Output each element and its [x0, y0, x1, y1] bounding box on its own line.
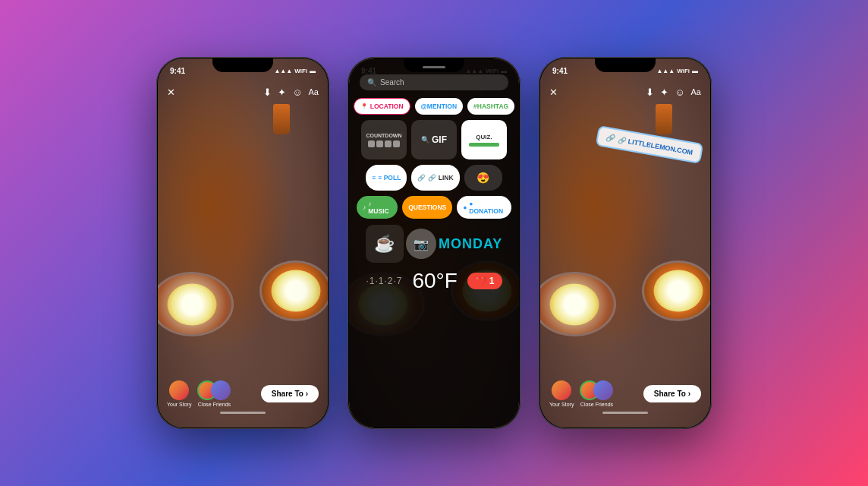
close-friends-label: Close Friends [198, 402, 231, 407]
status-time: 9:41 [170, 67, 185, 75]
sticker-row-4: ♪ ♪ MUSIC QUESTIONS ● ● DONATION [357, 196, 511, 219]
sticker-mention[interactable]: @MENTION [415, 98, 463, 115]
sticker-questions[interactable]: QUESTIONS [402, 196, 452, 219]
sticker-row-1: 📍 LOCATION @MENTION #HASHTAG [357, 98, 511, 115]
share-button[interactable]: Share To › [643, 385, 701, 402]
notch [212, 58, 273, 72]
avatars-row: Your Story Close Friends [549, 380, 613, 407]
toolbar-right: ⬇ ✦ ☺ Aa [263, 87, 319, 98]
your-story-label: Your Story [549, 402, 574, 407]
status-icons: ▲▲▲ WiFi ▬ [274, 68, 316, 74]
sticker-donation[interactable]: ● ● DONATION [457, 196, 511, 219]
temperature-display: 60°F [412, 269, 457, 293]
right-phone: 9:41 ▲▲▲ WiFi ▬ ✕ ⬇ ✦ ☺ Aa 🔗 🔗 LITTLELEM… [539, 57, 712, 429]
sticker-emoji-pill[interactable]: 😍 [464, 165, 502, 191]
link-sticker-icon: 🔗 [605, 133, 616, 143]
glass [273, 104, 290, 134]
heart-eyes-icon: 😍 [476, 172, 489, 184]
panel-bottom-row: ☕ 📷 MONDAY [349, 219, 519, 266]
face-icon[interactable]: ☺ [292, 87, 302, 98]
sticker-poll[interactable]: ≡ ≡ POLL [366, 165, 407, 191]
left-phone: 9:41 ▲▲▲ WiFi ▬ ✕ ⬇ ✦ ☺ Aa Your Story [156, 57, 329, 429]
sticker-link[interactable]: 🔗 🔗 LINK [411, 165, 459, 191]
sticker-row-3: ≡ ≡ POLL 🔗 🔗 LINK 😍 [357, 165, 511, 191]
heart-icon: ❤️ [475, 276, 486, 286]
sticker-grid: 📍 LOCATION @MENTION #HASHTAG COUNTDOWN [349, 98, 519, 219]
text-icon[interactable]: Aa [309, 87, 319, 96]
music-icon: ♪ [363, 204, 366, 211]
battery-icon: ▬ [310, 68, 316, 74]
like-count: 1 [489, 276, 495, 286]
your-story-avatar[interactable] [552, 380, 571, 400]
sticker-row-2: COUNTDOWN 🔍 GIF QUIZ. [357, 120, 511, 159]
sticker-hashtag[interactable]: #HASHTAG [467, 98, 514, 115]
text-icon[interactable]: Aa [691, 87, 701, 96]
link-icon: 🔗 [417, 174, 426, 181]
like-badge[interactable]: ❤️ 1 [467, 273, 502, 289]
coffee-emoji: ☕ [374, 234, 395, 254]
plate-right [642, 260, 710, 321]
story-buttons: Your Story Close Friends Share To › [549, 380, 701, 407]
panel-very-bottom: ·1·1·2·7 60°F ❤️ 1 [349, 266, 519, 298]
poll-icon: ≡ [372, 174, 376, 181]
gif-search-icon: 🔍 [421, 136, 429, 144]
face-icon[interactable]: ☺ [675, 87, 684, 98]
close-friends-avatar2[interactable] [593, 380, 613, 400]
wifi-icon: WiFi [677, 68, 690, 74]
monday-label[interactable]: MONDAY [439, 236, 502, 252]
your-story-avatar[interactable] [169, 380, 189, 400]
status-icons: ▲▲▲ WiFi ▬ [656, 68, 698, 74]
close-friends-avatar2[interactable] [211, 380, 231, 400]
your-story-label: Your Story [167, 402, 191, 407]
download-icon[interactable]: ⬇ [646, 87, 654, 98]
share-button[interactable]: Share To › [261, 385, 319, 402]
bottom-area: Your Story Close Friends Share To › [540, 371, 710, 428]
keypad-display: ·1·1·2·7 [366, 276, 402, 286]
sticker-music[interactable]: ♪ ♪ MUSIC [357, 196, 398, 219]
sticker-countdown[interactable]: COUNTDOWN [361, 120, 407, 159]
glass [656, 104, 672, 134]
close-icon[interactable]: ✕ [167, 87, 175, 98]
donation-icon: ● [463, 204, 467, 211]
plate-left [540, 272, 616, 336]
camera-icon: 📷 [414, 237, 429, 251]
panel-handle [423, 66, 445, 68]
close-friends-label: Close Friends [580, 402, 613, 407]
search-icon: 🔍 [367, 78, 376, 87]
plate-right [259, 260, 328, 321]
story-buttons: Your Story Close Friends Share To › [167, 380, 319, 407]
home-indicator [220, 412, 266, 414]
battery-icon: ▬ [692, 68, 698, 74]
quiz-progress [469, 143, 499, 147]
wifi-icon: WiFi [294, 68, 307, 74]
camera-button[interactable]: 📷 [406, 229, 436, 259]
signal-icon: ▲▲▲ [656, 68, 675, 74]
status-time: 9:41 [552, 67, 568, 75]
home-indicator [602, 412, 648, 414]
toolbar-top: ✕ ⬇ ✦ ☺ Aa [540, 80, 710, 104]
sticker-gif[interactable]: 🔍 GIF [411, 120, 457, 159]
close-icon[interactable]: ✕ [549, 87, 558, 98]
toolbar-top: ✕ ⬇ ✦ ☺ Aa [158, 80, 328, 104]
avatars-row: Your Story Close Friends [167, 380, 231, 407]
quiz-label: QUIZ. [476, 134, 492, 140]
move-icon[interactable]: ✦ [660, 87, 668, 98]
middle-phone: 9:41 ▲▲▲ WiFi ▬ 🔍 Search 📍 LOCATION [348, 57, 520, 429]
emoji-sticker[interactable]: ☕ [366, 225, 404, 263]
move-icon[interactable]: ✦ [278, 87, 286, 98]
search-bar[interactable]: 🔍 Search [360, 74, 508, 90]
signal-icon: ▲▲▲ [274, 68, 292, 74]
plate-left [158, 272, 234, 336]
bottom-area: Your Story Close Friends Share To › [158, 371, 328, 428]
toolbar-right: ⬇ ✦ ☺ Aa [646, 87, 701, 98]
countdown-dots [368, 140, 400, 147]
sticker-quiz[interactable]: QUIZ. [461, 120, 507, 159]
notch [595, 58, 656, 72]
sticker-panel: 🔍 Search 📍 LOCATION @MENTION #HASHTAG [349, 58, 519, 428]
gif-label: GIF [432, 134, 447, 145]
sticker-location[interactable]: 📍 LOCATION [354, 98, 410, 115]
download-icon[interactable]: ⬇ [263, 87, 272, 98]
search-placeholder: Search [380, 78, 404, 87]
location-dot-icon: 📍 [360, 103, 368, 110]
countdown-label: COUNTDOWN [366, 133, 401, 138]
